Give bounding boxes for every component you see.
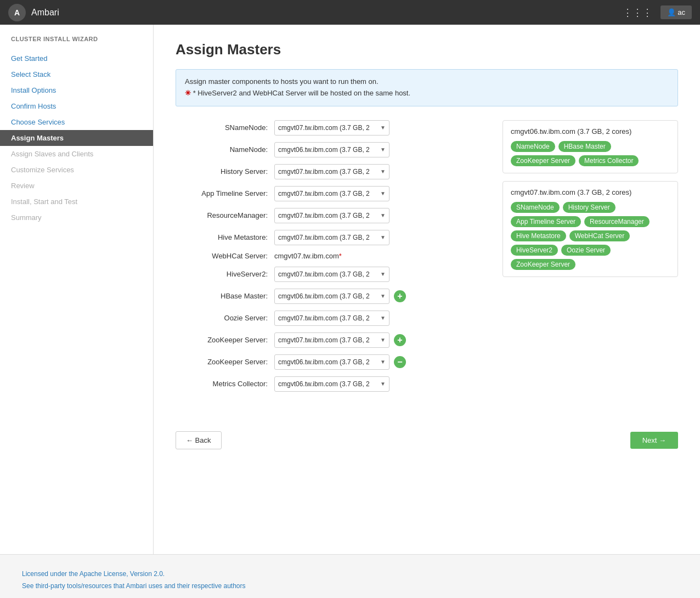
static-value-webhcat-server: cmgvt07.tw.ibm.com*	[274, 252, 342, 260]
tag-app-timeline-server: App Timeline Server	[511, 216, 581, 227]
form-row-hbase-master: HBase Master:cmgvt06.tw.ibm.com (3.7 GB,…	[176, 289, 486, 304]
assign-layout: SNameNode:cmgvt07.tw.ibm.com (3.7 GB, 2▼…	[176, 120, 678, 398]
assign-summary: cmgvt06.tw.ibm.com (3.7 GB, 2 cores)Name…	[503, 120, 678, 398]
card-title-card-cmgvt06: cmgvt06.tw.ibm.com (3.7 GB, 2 cores)	[511, 127, 670, 136]
select-hbase-master[interactable]: cmgvt06.tw.ibm.com (3.7 GB, 2▼	[274, 289, 389, 304]
select-value-hive-metastore: cmgvt07.tw.ibm.com (3.7 GB, 2	[278, 234, 378, 241]
user-menu[interactable]: 👤 ac	[661, 5, 692, 19]
label-zookeeper-server-2: ZooKeeper Server:	[176, 358, 274, 366]
grid-icon[interactable]: ⋮⋮⋮	[623, 7, 652, 19]
main-container: CLUSTER INSTALL WIZARD Get StartedSelect…	[0, 25, 700, 554]
license-link[interactable]: Licensed under the Apache License, Versi…	[22, 568, 678, 580]
dropdown-arrow-snamenode: ▼	[380, 125, 386, 131]
sidebar-item-choose-services[interactable]: Choose Services	[0, 114, 153, 130]
tag-metrics-collector: Metrics Collector	[579, 155, 639, 166]
select-zookeeper-server-2[interactable]: cmgvt06.tw.ibm.com (3.7 GB, 2▼	[274, 354, 389, 370]
tag-zookeeper-server: ZooKeeper Server	[511, 155, 575, 166]
select-value-resourcemanager: cmgvt07.tw.ibm.com (3.7 GB, 2	[278, 212, 378, 219]
select-metrics-collector[interactable]: cmgvt06.tw.ibm.com (3.7 GB, 2▼	[274, 376, 389, 392]
select-history-server[interactable]: cmgvt07.tw.ibm.com (3.7 GB, 2▼	[274, 164, 389, 179]
remove-button-zookeeper-server-2[interactable]: −	[394, 356, 406, 368]
navbar-right: ⋮⋮⋮ 👤 ac	[623, 5, 692, 19]
dropdown-arrow-history-server: ▼	[380, 168, 386, 174]
form-row-namenode: NameNode:cmgvt06.tw.ibm.com (3.7 GB, 2▼	[176, 142, 486, 157]
dropdown-arrow-hbase-master: ▼	[380, 293, 386, 299]
form-row-webhcat-server: WebHCat Server:cmgvt07.tw.ibm.com*	[176, 252, 486, 260]
select-app-timeline[interactable]: cmgvt07.tw.ibm.com (3.7 GB, 2▼	[274, 186, 389, 201]
card-tags-card-cmgvt06: NameNodeHBase MasterZooKeeper ServerMetr…	[511, 141, 670, 166]
select-value-zookeeper-server-2: cmgvt06.tw.ibm.com (3.7 GB, 2	[278, 358, 378, 366]
label-history-server: History Server:	[176, 167, 274, 176]
card-tags-card-cmgvt07: SNameNodeHistory ServerApp Timeline Serv…	[511, 202, 670, 270]
tag-hbase-master: HBase Master	[558, 141, 611, 152]
back-button[interactable]: ← Back	[176, 431, 222, 449]
label-webhcat-server: WebHCat Server:	[176, 252, 274, 260]
select-value-oozie-server: cmgvt07.tw.ibm.com (3.7 GB, 2	[278, 314, 378, 322]
tag-resourcemanager: ResourceManager	[584, 216, 650, 227]
select-value-app-timeline: cmgvt07.tw.ibm.com (3.7 GB, 2	[278, 190, 378, 198]
select-value-hbase-master: cmgvt06.tw.ibm.com (3.7 GB, 2	[278, 292, 378, 300]
label-metrics-collector: Metrics Collector:	[176, 380, 274, 388]
tag-hive-metastore: Hive Metastore	[511, 230, 566, 241]
sidebar-item-assign-slaves: Assign Slaves and Clients	[0, 146, 153, 162]
info-box: Assign master components to hosts you wa…	[176, 69, 678, 106]
third-party-link[interactable]: See third-party tools/resources that Amb…	[22, 580, 678, 593]
sidebar-item-customize-services: Customize Services	[0, 162, 153, 178]
select-value-namenode: cmgvt06.tw.ibm.com (3.7 GB, 2	[278, 146, 378, 154]
brand: A Ambari	[8, 4, 59, 21]
select-oozie-server[interactable]: cmgvt07.tw.ibm.com (3.7 GB, 2▼	[274, 311, 389, 326]
add-button-zookeeper-server-1[interactable]: +	[394, 334, 406, 346]
select-zookeeper-server-1[interactable]: cmgvt07.tw.ibm.com (3.7 GB, 2▼	[274, 332, 389, 348]
tag-namenode: NameNode	[511, 141, 555, 152]
tag-zookeeper-server: ZooKeeper Server	[511, 259, 575, 270]
form-row-metrics-collector: Metrics Collector:cmgvt06.tw.ibm.com (3.…	[176, 376, 486, 392]
control-wrap-hiveserver2: cmgvt07.tw.ibm.com (3.7 GB, 2▼	[274, 267, 389, 282]
form-row-history-server: History Server:cmgvt07.tw.ibm.com (3.7 G…	[176, 164, 486, 179]
control-wrap-zookeeper-server-2: cmgvt06.tw.ibm.com (3.7 GB, 2▼−	[274, 354, 406, 370]
assign-form: SNameNode:cmgvt07.tw.ibm.com (3.7 GB, 2▼…	[176, 120, 486, 398]
tag-snamenode: SNameNode	[511, 202, 560, 213]
dropdown-arrow-resourcemanager: ▼	[380, 212, 386, 218]
form-row-hive-metastore: Hive Metastore:cmgvt07.tw.ibm.com (3.7 G…	[176, 230, 486, 245]
dropdown-arrow-hiveserver2: ▼	[380, 271, 386, 277]
form-row-zookeeper-server-1: ZooKeeper Server:cmgvt07.tw.ibm.com (3.7…	[176, 332, 486, 348]
label-hiveserver2: HiveServer2:	[176, 270, 274, 278]
next-button[interactable]: Next →	[630, 432, 678, 449]
info-line1: Assign master components to hosts you wa…	[185, 76, 669, 88]
tag-hiveserver2: HiveServer2	[511, 245, 558, 256]
card-title-card-cmgvt07: cmgvt07.tw.ibm.com (3.7 GB, 2 cores)	[511, 188, 670, 196]
dropdown-arrow-zookeeper-server-1: ▼	[380, 337, 386, 343]
control-wrap-oozie-server: cmgvt07.tw.ibm.com (3.7 GB, 2▼	[274, 311, 389, 326]
select-value-snamenode: cmgvt07.tw.ibm.com (3.7 GB, 2	[278, 124, 378, 132]
control-wrap-webhcat-server: cmgvt07.tw.ibm.com*	[274, 252, 342, 260]
dropdown-arrow-app-timeline: ▼	[380, 190, 386, 196]
select-snamenode[interactable]: cmgvt07.tw.ibm.com (3.7 GB, 2▼	[274, 120, 389, 136]
label-resourcemanager: ResourceManager:	[176, 211, 274, 219]
form-row-hiveserver2: HiveServer2:cmgvt07.tw.ibm.com (3.7 GB, …	[176, 267, 486, 282]
host-asterisk-webhcat-server: *	[339, 252, 342, 260]
select-value-metrics-collector: cmgvt06.tw.ibm.com (3.7 GB, 2	[278, 380, 378, 388]
sidebar-item-install-options[interactable]: Install Options	[0, 82, 153, 98]
form-row-zookeeper-server-2: ZooKeeper Server:cmgvt06.tw.ibm.com (3.7…	[176, 354, 486, 370]
select-namenode[interactable]: cmgvt06.tw.ibm.com (3.7 GB, 2▼	[274, 142, 389, 157]
sidebar-item-select-stack[interactable]: Select Stack	[0, 66, 153, 82]
add-button-hbase-master[interactable]: +	[394, 290, 406, 302]
form-row-snamenode: SNameNode:cmgvt07.tw.ibm.com (3.7 GB, 2▼	[176, 120, 486, 136]
select-hiveserver2[interactable]: cmgvt07.tw.ibm.com (3.7 GB, 2▼	[274, 267, 389, 282]
sidebar-item-assign-masters[interactable]: Assign Masters	[0, 130, 153, 146]
control-wrap-snamenode: cmgvt07.tw.ibm.com (3.7 GB, 2▼	[274, 120, 389, 136]
control-wrap-zookeeper-server-1: cmgvt07.tw.ibm.com (3.7 GB, 2▼+	[274, 332, 406, 348]
sidebar-item-confirm-hosts[interactable]: Confirm Hosts	[0, 98, 153, 114]
brand-name: Ambari	[31, 8, 59, 18]
page-title: Assign Masters	[176, 41, 678, 58]
select-resourcemanager[interactable]: cmgvt07.tw.ibm.com (3.7 GB, 2▼	[274, 208, 389, 223]
dropdown-arrow-metrics-collector: ▼	[380, 381, 386, 387]
navbar: A Ambari ⋮⋮⋮ 👤 ac	[0, 0, 700, 25]
dropdown-arrow-oozie-server: ▼	[380, 315, 386, 321]
select-hive-metastore[interactable]: cmgvt07.tw.ibm.com (3.7 GB, 2▼	[274, 230, 389, 245]
label-app-timeline: App Timeline Server:	[176, 189, 274, 198]
select-value-zookeeper-server-1: cmgvt07.tw.ibm.com (3.7 GB, 2	[278, 336, 378, 344]
sidebar-item-get-started[interactable]: Get Started	[0, 50, 153, 66]
control-wrap-metrics-collector: cmgvt06.tw.ibm.com (3.7 GB, 2▼	[274, 376, 389, 392]
sidebar-item-summary: Summary	[0, 210, 153, 225]
